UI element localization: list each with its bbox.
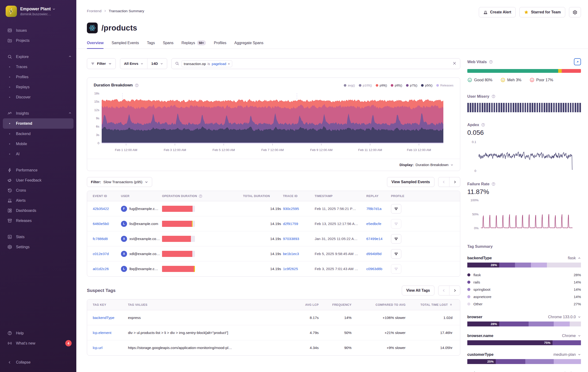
- search-input[interactable]: transaction.op is pageload ×: [171, 58, 460, 69]
- tag-list-item[interactable]: flask28%: [467, 271, 581, 278]
- tab-sampled-events[interactable]: Sampled Events: [112, 40, 139, 49]
- trace-id-link[interactable]: d2f91759: [283, 222, 298, 226]
- trace-id-link[interactable]: 97033893: [283, 237, 299, 241]
- tag-list-item[interactable]: springboot14%: [467, 286, 581, 293]
- sidebar-item-alerts[interactable]: Alerts: [0, 195, 76, 205]
- tag-key-link[interactable]: backendType: [93, 316, 114, 320]
- token-remove-icon[interactable]: ×: [228, 62, 230, 66]
- help-icon[interactable]: [492, 182, 495, 186]
- legend-item-p75[interactable]: p75(): [406, 84, 418, 87]
- sidebar-item-ai[interactable]: AI: [0, 149, 76, 159]
- profile-button[interactable]: [391, 234, 401, 244]
- breadcrumb-frontend[interactable]: Frontend: [87, 9, 101, 13]
- filter-button[interactable]: Filter: [87, 58, 116, 69]
- misery-bar: [515, 103, 517, 112]
- tab-aggregate-spans[interactable]: Aggregate Spans: [234, 40, 263, 49]
- sidebar-group-explore[interactable]: Explore: [0, 52, 76, 62]
- profile-button[interactable]: [391, 204, 401, 213]
- tag-value-selector[interactable]: Chrome: [562, 333, 581, 338]
- sidebar-item-replays[interactable]: Replays: [0, 82, 76, 92]
- event-id-link[interactable]: c012e37d: [93, 252, 109, 256]
- help-icon[interactable]: [489, 60, 493, 64]
- trace-id-link[interactable]: 1c9f2625: [283, 267, 298, 271]
- sidebar-item-traces[interactable]: Traces: [0, 62, 76, 72]
- sidebar-item-dashboards[interactable]: Dashboards: [0, 205, 76, 216]
- pager-next-button[interactable]: [449, 286, 460, 295]
- sidebar-item-releases[interactable]: Releases: [0, 216, 76, 226]
- tab-spans[interactable]: Spans: [163, 40, 173, 49]
- create-alert-button[interactable]: Create Alert: [479, 7, 516, 17]
- view-sampled-events-button[interactable]: View Sampled Events: [387, 177, 434, 187]
- help-icon[interactable]: [481, 123, 485, 127]
- tag-list-item[interactable]: rails14%: [467, 278, 581, 286]
- tab-overview[interactable]: Overview: [87, 40, 104, 49]
- trace-id-link[interactable]: 930c2595: [283, 207, 299, 211]
- sidebar-item-mobile[interactable]: Mobile: [0, 139, 76, 149]
- duration-breakdown-chart[interactable]: 18s15s12s9s6s3s0Feb 1 12:00 AMFeb 3 12:0…: [87, 89, 460, 156]
- tab-tags[interactable]: Tags: [147, 40, 155, 49]
- help-icon[interactable]: [135, 83, 139, 87]
- replay-link[interactable]: c0963d8b: [366, 267, 382, 271]
- sidebar-item-performance[interactable]: Performance: [0, 165, 76, 175]
- sidebar-item-issues[interactable]: Issues: [0, 25, 76, 35]
- tag-list-item[interactable]: aspnetcore14%: [467, 293, 581, 300]
- tab-label: Overview: [87, 41, 104, 45]
- tag-value-selector[interactable]: medium-plan: [554, 352, 581, 357]
- view-all-tags-button[interactable]: View All Tags: [402, 286, 434, 296]
- settings-button[interactable]: [569, 7, 581, 17]
- tag-value-selector[interactable]: flask: [568, 256, 581, 260]
- replay-link[interactable]: e5edbcfe: [366, 222, 381, 226]
- legend-item-p99[interactable]: p99(): [376, 84, 387, 87]
- tab-profiles[interactable]: Profiles: [214, 40, 226, 49]
- event-id-link[interactable]: 6460e5b0: [93, 222, 109, 226]
- open-web-vitals-icon[interactable]: [574, 58, 581, 65]
- sidebar-item-projects[interactable]: Projects: [0, 35, 76, 46]
- replay-link[interactable]: d994bf8d: [366, 252, 382, 256]
- event-id-link[interactable]: a01d2c26: [93, 267, 109, 271]
- pager-next-button[interactable]: [449, 177, 460, 187]
- event-id-link[interactable]: 42b35422: [93, 207, 109, 211]
- sidebar-footer: HelpWhat's new4Collapse: [0, 328, 76, 367]
- legend-item-avg[interactable]: avg(): [344, 84, 355, 87]
- event-id-link[interactable]: fc7886d8: [93, 237, 108, 241]
- trace-id-link[interactable]: be1b1ec3: [283, 252, 299, 256]
- column-header[interactable]: TOTAL TIME LOST: [407, 303, 454, 307]
- legend-item-p50[interactable]: p50(): [421, 84, 432, 87]
- tag-value-selector[interactable]: production: [558, 371, 581, 372]
- legend-item-releases[interactable]: Releases: [436, 84, 453, 87]
- sidebar-item-user-feedback[interactable]: User Feedback: [0, 175, 76, 185]
- search-token[interactable]: transaction.op is pageload ×: [181, 60, 232, 67]
- sidebar-item-help[interactable]: Help: [0, 328, 76, 338]
- sidebar-item-stats[interactable]: Stats: [0, 232, 76, 242]
- help-icon[interactable]: [199, 194, 202, 198]
- environment-selector[interactable]: All Envs: [120, 58, 147, 69]
- sidebar-group-label: Insights: [16, 111, 64, 116]
- sidebar-item-frontend[interactable]: Frontend: [3, 118, 74, 129]
- legend-item-p95[interactable]: p95(): [391, 84, 402, 87]
- sidebar-group-insights[interactable]: Insights: [0, 108, 76, 118]
- daterange-selector[interactable]: 14D: [147, 58, 167, 69]
- legend-item-p100[interactable]: p100(): [359, 84, 372, 87]
- org-switcher[interactable]: Empower Plant dominik.buszowiec…: [0, 4, 76, 19]
- sidebar-item-settings[interactable]: Settings: [0, 242, 76, 252]
- search-clear-icon[interactable]: [452, 61, 457, 66]
- tag-key-link[interactable]: lcp.url: [93, 346, 102, 350]
- starred-for-team-button[interactable]: Starred for Team: [519, 7, 565, 17]
- replay-link[interactable]: 67499e14: [366, 237, 383, 241]
- tag-value-selector[interactable]: Chrome 133.0.0: [548, 315, 581, 319]
- profile-button[interactable]: [391, 249, 401, 259]
- tag-list-item[interactable]: Other27%: [467, 300, 581, 308]
- events-filter-dropdown[interactable]: Filter: Slow Transactions (p95): [87, 177, 152, 187]
- sidebar-collapse-button[interactable]: Collapse: [0, 357, 76, 367]
- tab-replays[interactable]: Replays50+: [181, 40, 206, 49]
- sidebar-section: StatsSettings: [0, 232, 76, 252]
- sidebar-item-backend[interactable]: Backend: [0, 129, 76, 139]
- replay-link[interactable]: 7f8b7d1a: [366, 207, 382, 211]
- help-icon[interactable]: [492, 95, 495, 98]
- display-selector[interactable]: Display: Duration Breakdown: [399, 163, 453, 167]
- sidebar-item-what-s-new[interactable]: What's new4: [0, 338, 76, 348]
- tag-key-link[interactable]: lcp.element: [93, 331, 111, 335]
- sidebar-item-crons[interactable]: Crons: [0, 185, 76, 195]
- sidebar-item-discover[interactable]: Discover: [0, 92, 76, 102]
- sidebar-item-profiles[interactable]: Profiles: [0, 72, 76, 82]
